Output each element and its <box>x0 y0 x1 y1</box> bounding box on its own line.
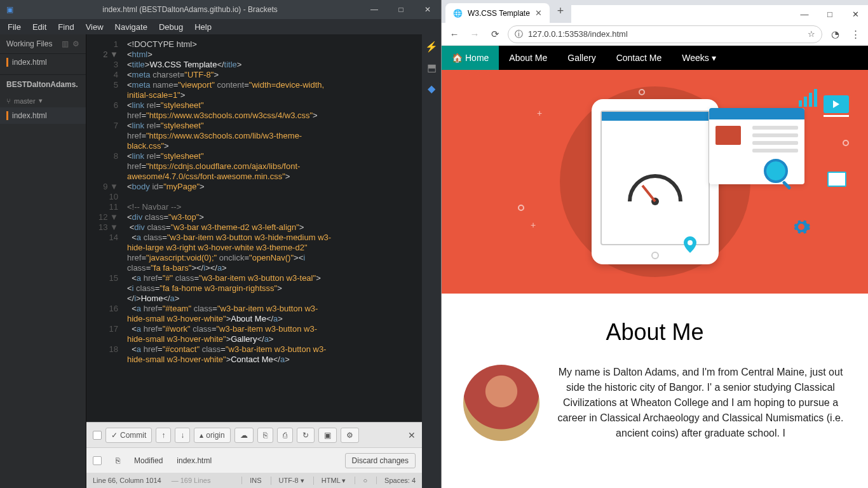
reload-button[interactable]: ⟳ <box>487 29 503 40</box>
url-text: 127.0.0.1:53538/index.html <box>528 29 628 39</box>
tablet-graphic <box>592 99 719 264</box>
git-files-row: ⎘ Modified index.html Discard changes <box>86 447 422 473</box>
maximize-button[interactable]: □ <box>817 10 843 19</box>
svg-point-2 <box>688 240 693 245</box>
browser-window: 🌐 W3.CSS Template ✕ + — □ ✕ ← → ⟳ ⓘ 127.… <box>441 0 868 488</box>
branch-name: master <box>14 97 36 105</box>
working-files-header[interactable]: Working Files ▥ ⚙ <box>0 34 86 54</box>
forward-button[interactable]: → <box>467 29 482 39</box>
insert-mode[interactable]: INS <box>241 477 261 484</box>
statusbar: Line 66, Column 1014 — 169 Lines INS UTF… <box>86 473 422 488</box>
maximize-button[interactable]: □ <box>388 5 414 14</box>
svg-line-1 <box>642 186 655 201</box>
browser-tabstrip: 🌐 W3.CSS Template ✕ + — □ ✕ <box>442 0 868 23</box>
diff-icon[interactable]: ⎘ <box>116 456 120 465</box>
encoding[interactable]: UTF-8 ▾ <box>271 477 304 485</box>
tab-title: W3.CSS Template <box>468 9 530 18</box>
nav-weeks[interactable]: Weeks ▾ <box>672 46 726 70</box>
close-panel-button[interactable]: ✕ <box>408 430 416 440</box>
lint-status-icon[interactable]: ○ <box>355 477 367 484</box>
browser-tab[interactable]: 🌐 W3.CSS Template ✕ <box>445 3 550 23</box>
code-editor[interactable]: 12 ▼345 6 7 8 9 ▼101112 ▼13 ▼14 15 16 17… <box>86 34 422 422</box>
modified-indicator-icon <box>6 58 8 67</box>
live-preview-icon[interactable]: ⚡ <box>425 41 438 53</box>
git-branch[interactable]: ⑂ master ▾ <box>0 94 86 107</box>
fetch-button[interactable]: ☁ <box>234 428 254 443</box>
modified-indicator-icon <box>6 111 8 120</box>
project-file-item[interactable]: index.html <box>0 107 86 124</box>
stage-all-checkbox[interactable] <box>93 431 102 440</box>
file-status: Modified <box>134 456 163 465</box>
extensions-icon[interactable]: ⬒ <box>427 62 437 74</box>
stage-file-checkbox[interactable] <box>93 456 102 465</box>
magnifier-icon <box>764 159 788 183</box>
video-icon <box>824 95 849 117</box>
discard-button[interactable]: Discard changes <box>345 453 416 468</box>
close-button[interactable]: ✕ <box>414 5 441 14</box>
line-count: 169 Lines <box>180 477 211 484</box>
remote-button[interactable]: ▴ origin <box>194 428 230 443</box>
cursor-position[interactable]: Line 66, Column 1014 <box>93 477 161 484</box>
git-icon[interactable]: ◆ <box>428 83 435 95</box>
menu-edit[interactable]: Edit <box>32 22 46 32</box>
gear-icon[interactable]: ⚙ <box>72 39 79 48</box>
popup-graphic <box>709 108 804 184</box>
avatar <box>463 365 539 441</box>
minimize-button[interactable]: — <box>792 10 817 19</box>
minimize-button[interactable]: — <box>361 5 388 14</box>
refresh-button[interactable]: ↻ <box>297 428 315 443</box>
menu-help[interactable]: Help <box>194 22 212 32</box>
init-button[interactable]: ⎘ <box>257 428 273 443</box>
info-icon[interactable]: ⓘ <box>515 29 523 40</box>
menu-debug[interactable]: Debug <box>159 22 183 32</box>
pin-icon <box>684 236 696 255</box>
nav-gallery[interactable]: Gallery <box>557 46 606 70</box>
image-icon <box>827 172 846 187</box>
indentation[interactable]: Spaces: 4 <box>376 477 416 484</box>
close-button[interactable]: ✕ <box>843 10 868 19</box>
address-bar[interactable]: ⓘ 127.0.0.1:53538/index.html ☆ <box>508 25 822 43</box>
menu-file[interactable]: File <box>8 22 21 32</box>
pull-button[interactable]: ↓ <box>175 428 190 443</box>
menu-icon[interactable]: ⋮ <box>848 29 863 40</box>
star-icon[interactable]: ☆ <box>808 29 815 39</box>
menu-find[interactable]: Find <box>58 22 74 32</box>
nav-home[interactable]: 🏠Home <box>442 46 499 70</box>
brackets-title: index.html (BESTDaltonAdams.github.io) -… <box>19 5 361 14</box>
line-gutter: 12 ▼345 6 7 8 9 ▼101112 ▼13 ▼14 15 16 17… <box>86 34 125 422</box>
back-button[interactable]: ← <box>447 29 462 39</box>
brackets-menubar: File Edit Find View Navigate Debug Help <box>0 19 441 34</box>
menu-navigate[interactable]: Navigate <box>115 22 147 32</box>
about-text: My name is Dalton Adams, and I'm from Ce… <box>555 365 846 441</box>
brackets-window: ▣ index.html (BESTDaltonAdams.github.io)… <box>0 0 441 488</box>
new-tab-button[interactable]: + <box>550 0 572 23</box>
commit-button[interactable]: ✓ Commit <box>105 428 152 443</box>
extension-icons: ⚡ ⬒ ◆ <box>422 34 441 488</box>
clone-button[interactable]: ⎙ <box>277 428 293 443</box>
gear-icon <box>792 217 811 236</box>
settings-button[interactable]: ⚙ <box>341 428 359 443</box>
favicon-icon: 🌐 <box>453 9 463 18</box>
nav-contact[interactable]: Contact Me <box>606 46 672 70</box>
project-file-name: index.html <box>12 111 47 120</box>
terminal-button[interactable]: ▣ <box>318 428 337 443</box>
site-navbar: 🏠Home About Me Gallery Contact Me Weeks … <box>442 46 868 70</box>
brackets-logo-icon: ▣ <box>0 5 19 14</box>
push-button[interactable]: ↑ <box>156 428 171 443</box>
branch-icon: ⑂ <box>6 97 11 105</box>
modified-file-name[interactable]: index.html <box>177 456 212 465</box>
split-icon[interactable]: ▥ <box>62 39 69 48</box>
menu-view[interactable]: View <box>86 22 104 32</box>
git-panel: ✓ Commit ↑ ↓ ▴ origin ☁ ⎘ ⎙ ↻ ▣ ⚙ ✕ <box>86 422 422 447</box>
code-content[interactable]: <!DOCTYPE html><html><title>W3.CSS Templ… <box>125 34 422 422</box>
brackets-titlebar[interactable]: ▣ index.html (BESTDaltonAdams.github.io)… <box>0 0 441 19</box>
nav-about[interactable]: About Me <box>499 46 557 70</box>
language[interactable]: HTML ▾ <box>313 477 346 485</box>
working-files-label: Working Files <box>6 39 52 48</box>
close-tab-button[interactable]: ✕ <box>535 8 542 18</box>
brackets-sidebar: Working Files ▥ ⚙ index.html BESTDaltonA… <box>0 34 86 488</box>
profile-icon[interactable]: ◔ <box>827 29 843 40</box>
bars-icon <box>799 89 817 107</box>
project-header[interactable]: BESTDaltonAdams. <box>0 74 86 94</box>
working-file-item[interactable]: index.html <box>0 54 86 71</box>
